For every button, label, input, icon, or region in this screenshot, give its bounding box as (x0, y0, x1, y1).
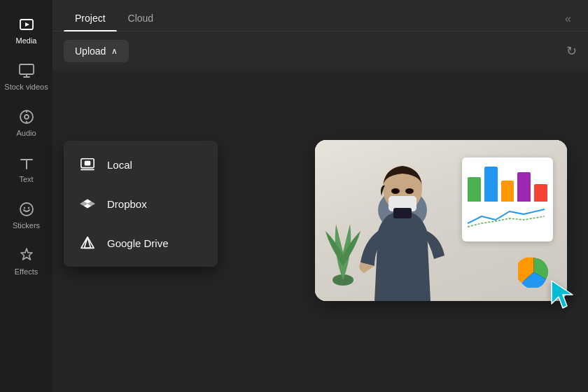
dropdown-google-drive-label: Google Drive (107, 237, 169, 249)
sidebar-item-stickers-label: Stickers (13, 221, 40, 230)
audio-icon (18, 108, 36, 126)
sidebar-item-media[interactable]: Media (0, 7, 52, 53)
media-icon (18, 15, 36, 34)
upload-label: Upload (75, 46, 106, 57)
effects-icon (18, 246, 36, 265)
text-icon (18, 154, 36, 172)
sidebar-item-stickers[interactable]: Stickers (0, 192, 52, 238)
sidebar: Media Stock videos Audio (0, 0, 52, 392)
svg-rect-28 (393, 208, 412, 218)
sidebar-item-effects[interactable]: Effects (0, 238, 52, 284)
chart-paper (462, 158, 553, 241)
tab-project[interactable]: Project (64, 7, 117, 31)
svg-point-11 (20, 203, 33, 216)
refresh-icon: ↻ (566, 44, 577, 58)
google-drive-icon (78, 233, 97, 253)
sidebar-item-text[interactable]: Text (0, 146, 52, 192)
sidebar-item-text-label: Text (19, 175, 33, 183)
bar-3 (501, 181, 514, 202)
svg-point-27 (405, 188, 414, 194)
pie-chart-area (518, 256, 550, 290)
tabs-bar: Project Cloud « (52, 0, 588, 31)
bar-4 (517, 172, 531, 202)
refresh-button[interactable]: ↻ (566, 43, 577, 59)
preview-image (315, 140, 567, 301)
upload-dropdown: Local Dropbox (64, 141, 218, 267)
sidebar-item-stock-label: Stock videos (4, 83, 48, 91)
svg-point-26 (391, 188, 400, 194)
dropbox-icon (78, 194, 97, 214)
sidebar-item-audio[interactable]: Audio (0, 99, 52, 146)
sidebar-item-audio-label: Audio (16, 129, 36, 137)
dropdown-local-label: Local (107, 159, 132, 171)
main-content: Project Cloud « Upload ∧ ↻ (52, 0, 588, 392)
svg-marker-30 (552, 281, 573, 308)
sidebar-item-effects-label: Effects (15, 267, 38, 276)
preview-card (315, 140, 567, 301)
line-chart (468, 206, 545, 230)
sidebar-item-media-label: Media (16, 36, 37, 45)
upload-button[interactable]: Upload ∧ (64, 40, 129, 62)
dropdown-item-local[interactable]: Local (64, 145, 218, 184)
cursor-pointer (546, 277, 581, 315)
stickers-icon (18, 200, 36, 218)
bar-2 (484, 167, 498, 202)
bar-1 (468, 177, 481, 202)
svg-point-6 (24, 115, 29, 119)
person-figure (336, 150, 469, 301)
upload-chevron-icon: ∧ (111, 46, 118, 56)
dropdown-item-google-drive[interactable]: Google Drive (64, 223, 218, 262)
dropdown-item-dropbox[interactable]: Dropbox (64, 184, 218, 223)
local-icon (78, 155, 97, 174)
app-container: Media Stock videos Audio (0, 0, 588, 392)
tab-cloud[interactable]: Cloud (117, 7, 165, 31)
bar-5 (534, 184, 547, 202)
bar-chart (468, 163, 547, 202)
svg-marker-1 (25, 22, 29, 27)
dropdown-dropbox-label: Dropbox (107, 198, 147, 210)
stock-videos-icon (18, 62, 36, 80)
svg-point-13 (27, 207, 29, 209)
svg-point-12 (23, 207, 24, 209)
toolbar: Upload ∧ ↻ (52, 31, 588, 71)
svg-rect-16 (85, 161, 90, 165)
collapse-panel-button[interactable]: « (559, 10, 577, 28)
svg-rect-2 (20, 64, 34, 74)
sidebar-item-stock-videos[interactable]: Stock videos (0, 53, 52, 99)
